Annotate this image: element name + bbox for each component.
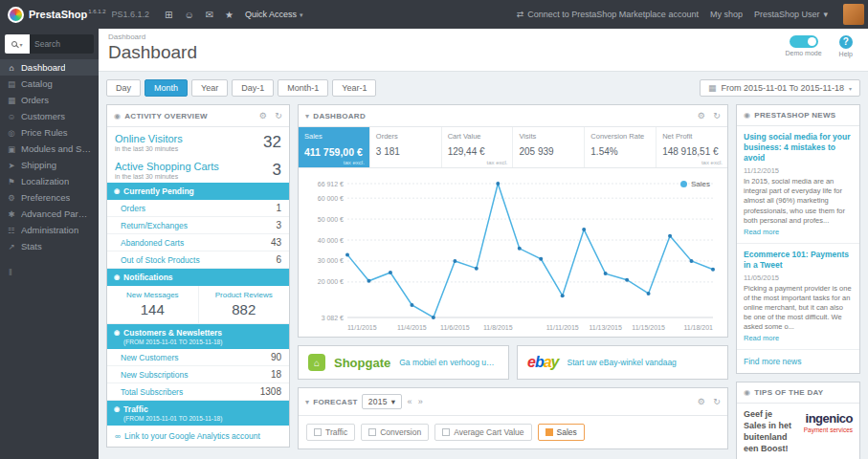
prestashop-logo[interactable]: [8, 7, 24, 23]
my-shop-link[interactable]: My shop: [710, 10, 743, 19]
active-carts-link[interactable]: Active Shopping Carts: [115, 161, 219, 172]
date-range-picker[interactable]: ▦ From 2015-11-01 To 2015-11-18 ▾: [700, 79, 860, 97]
google-analytics-link[interactable]: ∞Link to your Google Analytics account: [107, 426, 289, 447]
row-link[interactable]: Out of Stock Products: [121, 255, 200, 265]
row-link[interactable]: Return/Exchanges: [121, 221, 188, 230]
sidebar-nav: ⌂Dashboard ▤Catalog ▦Orders ☺Customers ◎…: [0, 59, 99, 254]
quick-access-menu[interactable]: Quick Access▾: [245, 10, 303, 19]
forecast-toggle-average-cart-value[interactable]: Average Cart Value: [434, 424, 531, 441]
row-link[interactable]: Orders: [121, 204, 145, 213]
help-icon[interactable]: ?: [839, 35, 853, 49]
sidebar-item-localization[interactable]: ⚑Localization: [0, 173, 99, 189]
kpi-sales[interactable]: Sales 411 759,00 € tax excl.: [299, 127, 370, 167]
kpi-label: Visits: [519, 132, 578, 141]
tips-panel: ◉ TIPS OF THE DAY Geef je Sales in het b…: [736, 382, 860, 459]
tab-year[interactable]: Year: [191, 79, 228, 97]
user-menu[interactable]: PrestaShop User ▾: [754, 10, 828, 19]
forecast-year-select[interactable]: 2015▾: [362, 394, 403, 409]
kpi-label: Net Profit: [662, 132, 722, 141]
customers-row-new-customers: New Customers90: [107, 349, 289, 366]
tab-day-1[interactable]: Day-1: [232, 79, 274, 97]
news-headline[interactable]: Using social media for your business: 4 …: [744, 132, 853, 164]
activity-panel-title: ACTIVITY OVERVIEW: [124, 112, 208, 120]
row-value: 18: [271, 369, 281, 380]
sidebar-item-administration[interactable]: ☷Administration: [0, 222, 99, 238]
sidebar-item-modules[interactable]: ▣Modules and Services: [0, 141, 99, 157]
row-link[interactable]: New Customers: [121, 353, 178, 362]
refresh-icon[interactable]: ↻: [713, 397, 721, 406]
row-link[interactable]: Total Subscribers: [121, 387, 183, 397]
new-messages-cell[interactable]: New Messages 144: [107, 286, 199, 323]
kpi-value: 3 181: [376, 146, 435, 157]
app-body: ▾ Search ⌂Dashboard ▤Catalog ▦Orders ☺Cu…: [0, 29, 868, 459]
tab-month[interactable]: Month: [145, 79, 188, 97]
kpi-orders[interactable]: Orders 3 181: [370, 127, 442, 167]
next-year-button[interactable]: »: [418, 397, 423, 406]
messages-icon[interactable]: ✉: [206, 10, 213, 20]
kpi-label: Orders: [376, 132, 435, 141]
product-reviews-cell[interactable]: Product Reviews 882: [199, 286, 290, 323]
demo-mode-control: Demo mode: [785, 35, 821, 57]
ingenico-tagline: Payment services: [799, 426, 853, 433]
forecast-legend: Traffic Conversion Average Cart Value Sa…: [299, 416, 727, 448]
refresh-icon[interactable]: ↻: [275, 111, 282, 120]
gear-icon[interactable]: ⚙: [259, 111, 267, 120]
gear-icon[interactable]: ⚙: [698, 111, 705, 120]
kpi-net-profit[interactable]: Net Profit 148 918,51 € tax excl.: [657, 127, 727, 167]
sidebar-collapse-button[interactable]: ‖: [0, 264, 99, 281]
prestashop-admin: PrestaShop1.6.1.2 PS1.6.1.2 ⊞ ☺ ✉ ★ Quic…: [0, 0, 868, 459]
sidebar-item-orders[interactable]: ▦Orders: [0, 92, 99, 108]
tab-year-1[interactable]: Year-1: [332, 79, 376, 97]
gear-icon[interactable]: ⚙: [698, 397, 705, 406]
tab-day[interactable]: Day: [106, 79, 141, 97]
row-link[interactable]: Abandoned Carts: [121, 238, 184, 248]
kpi-cart-value[interactable]: Cart Value 129,44 € tax excl.: [442, 127, 514, 167]
cart-icon[interactable]: ⊞: [165, 10, 172, 20]
sidebar-item-stats[interactable]: ↗Stats: [0, 238, 99, 254]
search-input[interactable]: Search: [30, 34, 94, 54]
forecast-toggle-traffic[interactable]: Traffic: [306, 424, 355, 441]
link-icon: ∞: [115, 431, 121, 441]
sidebar-item-catalog[interactable]: ▤Catalog: [0, 76, 99, 92]
news-date: 11/05/2015: [744, 273, 853, 282]
sidebar-item-price-rules[interactable]: ◎Price Rules: [0, 124, 99, 141]
panel-caret-icon[interactable]: ▾: [305, 112, 309, 120]
avatar[interactable]: [843, 4, 864, 25]
tab-month-1[interactable]: Month-1: [278, 79, 328, 97]
read-more-link[interactable]: Read more: [744, 228, 853, 236]
search-scope-button[interactable]: ▾: [5, 34, 30, 54]
customers-icon[interactable]: ☺: [184, 10, 193, 20]
svg-text:20 000 €: 20 000 €: [318, 278, 344, 285]
ebay-link[interactable]: Start uw eBay-winkel vandaag: [568, 358, 677, 367]
refresh-icon[interactable]: ↻: [713, 111, 721, 120]
shopgate-promo[interactable]: ⌂ Shopgate Ga mobiel en verhoog uw omzet: [298, 345, 509, 380]
cell-label: New Messages: [109, 291, 196, 299]
find-more-news-link[interactable]: Find more news: [737, 350, 859, 373]
read-more-link[interactable]: Read more: [744, 334, 853, 342]
ebay-promo[interactable]: ebay Start uw eBay-winkel vandaag: [517, 345, 728, 380]
news-headline[interactable]: Ecommerce 101: Payments in a Tweet: [744, 250, 853, 271]
bullet-icon: ◉: [114, 405, 120, 413]
sidebar-item-preferences[interactable]: ⚙Preferences: [0, 189, 99, 206]
star-icon[interactable]: ★: [225, 10, 234, 20]
sidebar-item-customers[interactable]: ☺Customers: [0, 108, 99, 124]
sidebar-item-dashboard[interactable]: ⌂Dashboard: [0, 59, 99, 76]
kpi-visits[interactable]: Visits 205 939: [513, 127, 585, 167]
activity-column: ◉ ACTIVITY OVERVIEW ⚙ ↻ Online Visitors …: [106, 104, 290, 448]
kpi-conversion-rate[interactable]: Conversion Rate 1.54%: [585, 127, 657, 167]
chart-legend[interactable]: Sales: [680, 180, 710, 188]
marketplace-link[interactable]: ⇄Connect to PrestaShop Marketplace accou…: [517, 10, 699, 19]
panel-caret-icon[interactable]: ▾: [305, 398, 309, 406]
forecast-toggle-sales[interactable]: Sales: [538, 424, 585, 441]
shopgate-link[interactable]: Ga mobiel en verhoog uw omzet: [399, 358, 499, 367]
cell-value: 882: [201, 301, 288, 317]
row-link[interactable]: New Subscriptions: [121, 370, 188, 380]
demo-mode-toggle[interactable]: [790, 35, 818, 48]
kpi-value: 129,44 €: [448, 146, 507, 157]
online-visitors-link[interactable]: Online Visitors: [115, 133, 183, 144]
sidebar-item-shipping[interactable]: ➤Shipping: [0, 157, 99, 173]
sidebar-item-advanced-parameters[interactable]: ✱Advanced Parameters: [0, 206, 99, 222]
previous-year-button[interactable]: «: [407, 397, 412, 406]
forecast-toggle-conversion[interactable]: Conversion: [361, 424, 429, 441]
sidebar-search[interactable]: ▾ Search: [5, 34, 94, 54]
